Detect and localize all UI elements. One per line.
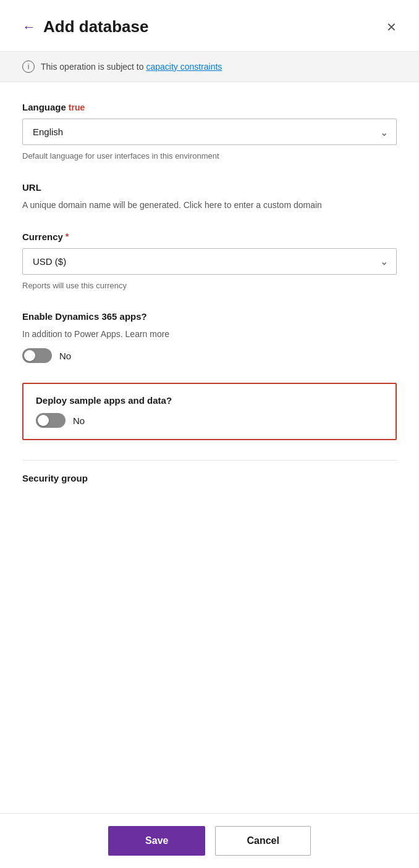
deploy-toggle[interactable]	[36, 413, 66, 428]
dynamics-title: Enable Dynamics 365 apps?	[22, 311, 397, 322]
deploy-title: Deploy sample apps and data?	[36, 395, 383, 406]
cancel-button[interactable]: Cancel	[215, 826, 310, 856]
security-group-title: Security group	[22, 473, 397, 483]
page-title: Add database	[43, 17, 149, 36]
url-desc-before: A unique domain name will be generated. …	[22, 200, 205, 210]
info-text-before: This operation is subject to	[41, 62, 146, 72]
deploy-toggle-row: No	[36, 413, 383, 428]
language-select[interactable]: English Spanish French German Japanese C…	[22, 119, 397, 145]
save-button[interactable]: Save	[108, 826, 205, 856]
capacity-constraints-link[interactable]: capacity constraints	[146, 62, 222, 72]
language-section: Language true English Spanish French Ger…	[22, 102, 397, 162]
currency-select-wrapper: USD ($) EUR (€) GBP (£) JPY (¥) CAD ($) …	[22, 248, 397, 275]
language-hint: Default language for user interfaces in …	[22, 150, 397, 162]
info-banner-text: This operation is subject to capacity co…	[41, 62, 222, 72]
dynamics-section: Enable Dynamics 365 apps? In addition to…	[22, 311, 397, 363]
language-label: Language true	[22, 102, 397, 112]
dynamics-description: In addition to Power Apps. Learn more	[22, 328, 397, 341]
info-icon: i	[22, 61, 35, 73]
currency-select[interactable]: USD ($) EUR (€) GBP (£) JPY (¥) CAD ($)	[22, 248, 397, 275]
dynamics-desc-before: In addition to Power Apps.	[22, 329, 125, 339]
security-section: Security group	[22, 460, 397, 483]
back-button[interactable]: ←	[22, 20, 36, 34]
add-database-panel: ← Add database ✕ i This operation is sub…	[0, 0, 419, 868]
dynamics-toggle[interactable]	[22, 348, 52, 363]
deploy-toggle-label: No	[73, 415, 85, 426]
currency-label: Currency *	[22, 232, 397, 242]
deploy-section-highlighted: Deploy sample apps and data? No	[22, 383, 397, 440]
url-description: A unique domain name will be generated. …	[22, 199, 397, 212]
dynamics-learn-more-link[interactable]: Learn more	[125, 329, 170, 339]
url-desc-after: to enter a custom domain	[222, 200, 322, 210]
deploy-toggle-thumb	[38, 415, 49, 426]
url-section: URL A unique domain name will be generat…	[22, 182, 397, 212]
close-button[interactable]: ✕	[386, 21, 397, 33]
dynamics-toggle-thumb	[24, 350, 35, 361]
url-title: URL	[22, 182, 397, 193]
form-content: Language true English Spanish French Ger…	[0, 82, 419, 813]
currency-required-star: *	[66, 232, 69, 241]
header-left: ← Add database	[22, 17, 149, 36]
url-here-link[interactable]: here	[205, 200, 222, 210]
language-required-star: true	[69, 102, 85, 112]
footer: Save Cancel	[0, 813, 419, 868]
header: ← Add database ✕	[0, 0, 419, 52]
currency-section: Currency * USD ($) EUR (€) GBP (£) JPY (…	[22, 232, 397, 292]
language-select-wrapper: English Spanish French German Japanese C…	[22, 119, 397, 145]
dynamics-toggle-label: No	[59, 351, 71, 361]
currency-hint: Reports will use this currency	[22, 280, 397, 292]
info-banner: i This operation is subject to capacity …	[0, 52, 419, 82]
dynamics-toggle-row: No	[22, 348, 397, 363]
